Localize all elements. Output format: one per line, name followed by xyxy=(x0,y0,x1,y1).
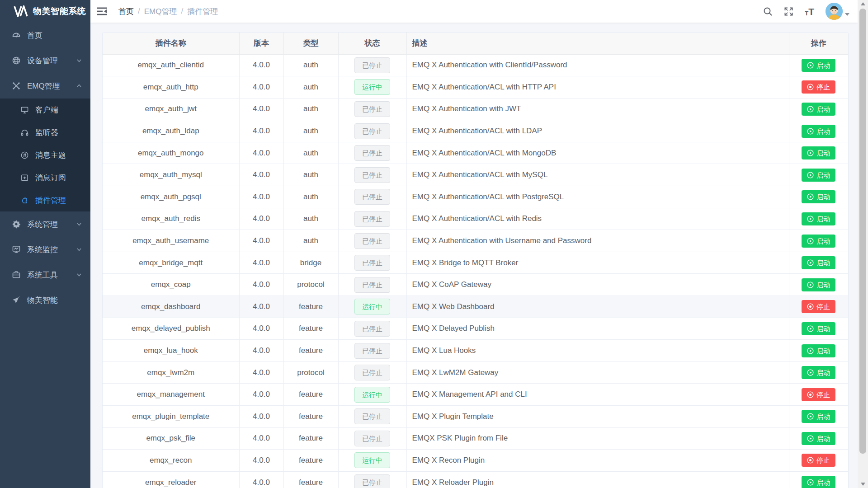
sidebar-fold-icon[interactable] xyxy=(97,7,108,16)
breadcrumb-emq[interactable]: EMQ管理 xyxy=(144,6,177,17)
devices-icon xyxy=(12,56,21,65)
sidebar-item-topics[interactable]: 消息主题 xyxy=(0,144,90,166)
plugin-name-cell: emqx_delayed_publish xyxy=(103,318,239,340)
toggle-plugin-label: 启动 xyxy=(816,347,830,354)
status-cell: 已停止 xyxy=(338,252,406,274)
sidebar-item-system-monitor[interactable]: 系统监控 xyxy=(0,237,90,262)
status-badge: 运行中 xyxy=(354,387,390,403)
plugin-name-cell: emqx_lwm2m xyxy=(103,361,239,384)
search-icon[interactable] xyxy=(763,7,773,16)
toggle-plugin-button[interactable]: 启动 xyxy=(802,432,835,445)
status-badge: 已停止 xyxy=(354,431,390,446)
operation-cell: 启动 xyxy=(789,471,848,488)
toggle-plugin-button[interactable]: 启动 xyxy=(802,59,835,72)
description-cell: EMQ X LwM2M Gateway xyxy=(406,361,789,384)
table-row: emqx_auth_mysql 4.0.0 auth 已停止 EMQ X Aut… xyxy=(103,164,848,186)
toggle-plugin-button[interactable]: 启动 xyxy=(802,212,835,225)
type-cell: feature xyxy=(283,450,338,472)
breadcrumb-home[interactable]: 首页 xyxy=(118,6,134,17)
sidebar-item-listeners[interactable]: 监听器 xyxy=(0,121,90,144)
type-cell: auth xyxy=(283,98,338,120)
page-content: 插件名称 版本 类型 状态 描述 操作 emqx_auth_clientid 4… xyxy=(90,23,858,488)
plugin-name-cell: emqx_lua_hook xyxy=(103,340,239,362)
sidebar-item-system-tools[interactable]: 系统工具 xyxy=(0,262,90,287)
version-cell: 4.0.0 xyxy=(239,186,283,208)
version-cell: 4.0.0 xyxy=(239,252,283,274)
fullscreen-icon[interactable] xyxy=(784,7,793,16)
description-cell: EMQ X Authentication with JWT xyxy=(406,98,789,120)
operation-cell: 启动 xyxy=(789,54,848,76)
status-cell: 已停止 xyxy=(338,274,406,296)
play-circle-icon xyxy=(807,172,814,178)
description-cell: EMQX PSK Plugin from File xyxy=(406,427,789,450)
table-row: emqx_bridge_mqtt 4.0.0 bridge 已停止 EMQ X … xyxy=(103,252,848,274)
avatar[interactable] xyxy=(826,3,843,20)
type-cell: auth xyxy=(283,230,338,252)
column-header-operation: 操作 xyxy=(789,33,848,54)
status-cell: 已停止 xyxy=(338,164,406,186)
toggle-plugin-button[interactable]: 启动 xyxy=(802,322,835,335)
sidebar-item-home[interactable]: 首页 xyxy=(0,23,90,48)
play-circle-icon xyxy=(807,150,814,156)
font-size-icon[interactable]: TT xyxy=(805,7,814,16)
status-cell: 运行中 xyxy=(338,384,406,406)
sidebar-item-clients[interactable]: 客户端 xyxy=(0,99,90,121)
sidebar-item-wumei[interactable]: 物美智能 xyxy=(0,287,90,313)
description-cell: EMQ X Authentication/ACL with PostgreSQL xyxy=(406,186,789,208)
version-cell: 4.0.0 xyxy=(239,120,283,142)
version-cell: 4.0.0 xyxy=(239,98,283,120)
toggle-plugin-button[interactable]: 启动 xyxy=(802,278,835,291)
version-cell: 4.0.0 xyxy=(239,471,283,488)
toggle-plugin-button[interactable]: 启动 xyxy=(802,190,835,203)
status-badge: 已停止 xyxy=(354,277,390,293)
operation-cell: 停止 xyxy=(789,76,848,99)
play-circle-icon xyxy=(807,435,814,442)
description-cell: EMQ X Authentication/ACL with HTTP API xyxy=(406,76,789,99)
version-cell: 4.0.0 xyxy=(239,274,283,296)
sidebar-item-subscriptions[interactable]: 消息订阅 xyxy=(0,166,90,189)
sidebar-item-label: 消息订阅 xyxy=(35,173,66,183)
plugin-name-cell: emqx_plugin_template xyxy=(103,406,239,428)
toggle-plugin-button[interactable]: 启动 xyxy=(802,256,835,269)
scrollbar-up-arrow[interactable] xyxy=(858,0,868,8)
plugin-name-cell: emqx_auth_jwt xyxy=(103,98,239,120)
table-row: emqx_lua_hook 4.0.0 feature 已停止 EMQ X Lu… xyxy=(103,340,848,362)
scrollbar-thumb[interactable] xyxy=(859,9,866,454)
emq-submenu: 客户端 监听器 消息主题 消息订阅 xyxy=(0,99,90,211)
sidebar-item-devices[interactable]: 设备管理 xyxy=(0,48,90,73)
table-row: emqx_plugin_template 4.0.0 feature 已停止 E… xyxy=(103,406,848,428)
breadcrumb-plugins: 插件管理 xyxy=(187,6,218,17)
sidebar-item-emq[interactable]: EMQ管理 xyxy=(0,73,90,99)
toggle-plugin-button[interactable]: 停止 xyxy=(802,300,835,313)
sidebar-item-label: 客户端 xyxy=(35,105,58,115)
toggle-plugin-button[interactable]: 停止 xyxy=(802,80,835,94)
user-menu[interactable] xyxy=(826,3,849,20)
plugin-name-cell: emqx_psk_file xyxy=(103,427,239,450)
toggle-plugin-button[interactable]: 启动 xyxy=(802,235,835,248)
version-cell: 4.0.0 xyxy=(239,142,283,164)
toggle-plugin-button[interactable]: 启动 xyxy=(802,125,835,138)
toggle-plugin-button[interactable]: 启动 xyxy=(802,169,835,182)
version-cell: 4.0.0 xyxy=(239,427,283,450)
table-row: emqx_auth_http 4.0.0 auth 运行中 EMQ X Auth… xyxy=(103,76,848,99)
navbar-actions: TT xyxy=(763,3,849,20)
scrollbar-down-arrow[interactable] xyxy=(858,480,868,488)
description-cell: EMQ X CoAP Gateway xyxy=(406,274,789,296)
toggle-plugin-button[interactable]: 启动 xyxy=(802,366,835,379)
operation-cell: 启动 xyxy=(789,186,848,208)
description-cell: EMQ X Bridge to MQTT Broker xyxy=(406,252,789,274)
type-cell: protocol xyxy=(283,361,338,384)
toggle-plugin-button[interactable]: 启动 xyxy=(802,344,835,357)
toggle-plugin-button[interactable]: 停止 xyxy=(802,454,835,467)
sidebar-item-system-admin[interactable]: 系统管理 xyxy=(0,211,90,237)
toggle-plugin-button[interactable]: 启动 xyxy=(802,410,835,423)
table-row: emqx_psk_file 4.0.0 feature 已停止 EMQX PSK… xyxy=(103,427,848,450)
stop-circle-icon xyxy=(807,457,814,464)
type-cell: auth xyxy=(283,54,338,76)
toggle-plugin-button[interactable]: 启动 xyxy=(802,476,835,488)
version-cell: 4.0.0 xyxy=(239,208,283,230)
toggle-plugin-button[interactable]: 停止 xyxy=(802,388,835,401)
sidebar-item-plugins[interactable]: 插件管理 xyxy=(0,189,90,211)
toggle-plugin-button[interactable]: 启动 xyxy=(802,103,835,116)
toggle-plugin-button[interactable]: 启动 xyxy=(802,146,835,160)
